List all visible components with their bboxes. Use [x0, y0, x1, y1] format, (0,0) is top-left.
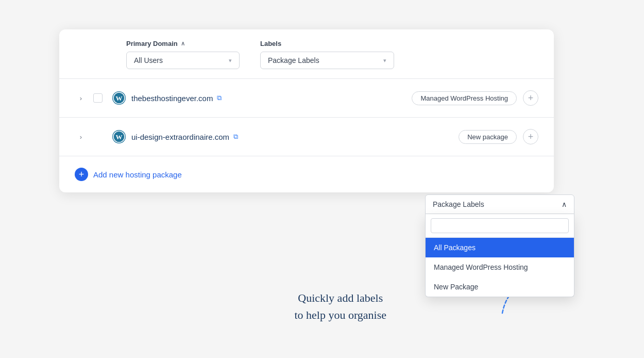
add-new-row: + Add new hosting package	[59, 156, 554, 192]
main-card: Primary Domain ∧ All Users ▾ Labels Pack…	[59, 29, 554, 192]
add-label-button[interactable]: +	[523, 90, 538, 106]
dropdown-search-input[interactable]	[431, 218, 569, 233]
external-link-icon[interactable]: ⧉	[217, 94, 222, 102]
chevron-up-icon: ∧	[181, 40, 185, 47]
labels-filter-group: Labels Package Labels ▾	[260, 40, 394, 69]
external-link-icon[interactable]: ⧉	[233, 133, 238, 141]
svg-text:W: W	[116, 94, 123, 102]
wordpress-icon: W	[112, 91, 126, 105]
dropdown-item-new-package[interactable]: New Package	[426, 277, 574, 297]
chevron-down-icon: ▾	[383, 57, 386, 64]
svg-text:W: W	[116, 133, 123, 141]
expand-button[interactable]: ›	[75, 92, 87, 104]
expand-button[interactable]: ›	[75, 131, 87, 143]
row-checkbox[interactable]	[93, 93, 103, 103]
dropdown-search-container	[426, 214, 574, 238]
chevron-up-icon: ∧	[562, 200, 567, 208]
package-labels-dropdown: Package Labels ∧ All Packages Managed Wo…	[425, 194, 574, 297]
labels-label: Labels	[260, 40, 394, 47]
add-new-label[interactable]: Add new hosting package	[93, 170, 182, 179]
table-row: › W ui-design-extraordinaire.com ⧉ New p…	[59, 118, 554, 156]
all-users-select[interactable]: All Users ▾	[126, 52, 240, 69]
domain-name: ui-design-extraordinaire.com	[131, 133, 229, 141]
dropdown-trigger[interactable]: Package Labels ∧	[425, 194, 574, 214]
label-badge: Managed WordPress Hosting	[412, 91, 517, 105]
annotation-text: Quickly add labels to help you organise	[294, 289, 386, 323]
add-label-button[interactable]: +	[523, 129, 538, 144]
add-new-hosting-button[interactable]: +	[75, 168, 88, 181]
primary-domain-label: Primary Domain ∧	[126, 40, 240, 47]
primary-domain-filter-group: Primary Domain ∧ All Users ▾	[126, 40, 240, 69]
table-row: › W thebesthostingever.com ⧉ Managed Wor…	[59, 79, 554, 118]
domain-name: thebesthostingever.com	[131, 94, 213, 103]
filter-row: Primary Domain ∧ All Users ▾ Labels Pack…	[59, 29, 554, 79]
label-badge: New package	[459, 130, 517, 144]
wordpress-icon: W	[112, 129, 126, 144]
package-labels-select[interactable]: Package Labels ▾	[260, 52, 394, 69]
chevron-down-icon: ▾	[229, 57, 232, 64]
dropdown-menu: All Packages Managed WordPress Hosting N…	[425, 214, 574, 297]
dropdown-item-all-packages[interactable]: All Packages	[426, 238, 574, 257]
dropdown-item-managed-wordpress[interactable]: Managed WordPress Hosting	[426, 257, 574, 277]
